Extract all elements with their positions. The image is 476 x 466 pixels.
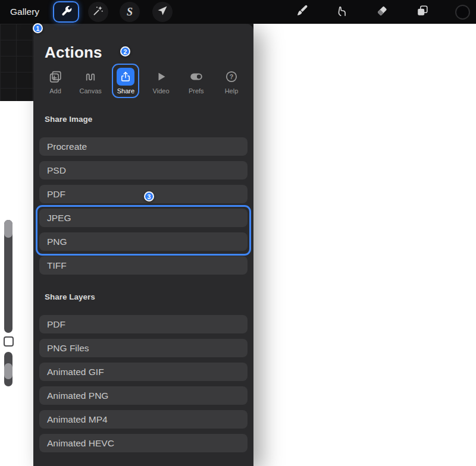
eraser-icon (375, 4, 389, 20)
actions-popover: Actions Add Canvas (33, 24, 253, 466)
color-swatch-button[interactable] (455, 5, 470, 20)
top-toolbar: Gallery S (0, 0, 476, 24)
smudge-finger-icon (336, 4, 349, 20)
share-tab-highlight-ring (112, 64, 139, 98)
help-icon: ? (224, 68, 239, 86)
selections-icon: S (127, 6, 133, 18)
canvas-icon (83, 68, 98, 86)
share-option-tiff[interactable]: TIFF (39, 256, 248, 275)
tab-canvas-label: Canvas (80, 87, 102, 95)
eraser-button[interactable] (372, 2, 392, 22)
tab-video-label: Video (153, 87, 170, 95)
gallery-button[interactable]: Gallery (10, 0, 39, 24)
tab-canvas[interactable]: Canvas (74, 64, 107, 102)
paint-brush-button[interactable] (292, 2, 312, 22)
paint-brush-icon (296, 4, 309, 20)
callout-badge-1: 1 (33, 23, 43, 33)
magic-wand-icon (92, 5, 104, 19)
layers-button[interactable] (412, 2, 433, 22)
layers-icon (416, 4, 429, 20)
callout-badge-2: 2 (120, 46, 130, 56)
tab-share[interactable]: Share (109, 64, 142, 102)
selections-button[interactable]: S (120, 2, 140, 22)
actions-button[interactable] (53, 1, 79, 23)
procreate-screen: Gallery S (0, 0, 476, 466)
panel-title: Actions (45, 43, 102, 62)
tab-help-label: Help (225, 87, 239, 95)
brush-size-handle[interactable] (4, 220, 12, 238)
tab-help[interactable]: ? Help (215, 64, 248, 102)
share-option-jpeg[interactable]: JPEG (39, 209, 248, 227)
section-header-share-image: Share Image (45, 115, 92, 124)
tab-add-label: Add (49, 87, 61, 95)
tab-prefs-label: Prefs (189, 87, 204, 95)
share-option-procreate[interactable]: Procreate (39, 137, 248, 156)
toggle-icon (189, 68, 204, 86)
section-header-share-layers: Share Layers (45, 292, 95, 301)
tab-add[interactable]: Add (39, 64, 71, 102)
share-layers-option-png-files[interactable]: PNG Files (39, 339, 248, 357)
share-layers-option-animated-gif[interactable]: Animated GIF (39, 363, 248, 381)
opacity-handle[interactable] (4, 363, 12, 379)
actions-tabs: Add Canvas Share (33, 64, 253, 102)
video-play-icon (154, 68, 168, 86)
modify-button[interactable] (4, 336, 14, 347)
share-option-pdf[interactable]: PDF (39, 185, 248, 203)
tab-prefs[interactable]: Prefs (180, 64, 212, 102)
transform-arrow-icon (156, 5, 168, 19)
share-layers-option-animated-png[interactable]: Animated PNG (39, 386, 248, 405)
tab-video[interactable]: Video (145, 64, 177, 102)
callout-badge-3: 3 (144, 191, 154, 201)
share-layers-option-animated-mp4[interactable]: Animated MP4 (39, 410, 248, 429)
adjustments-button[interactable] (88, 2, 108, 22)
help-glyph: ? (230, 73, 233, 80)
share-option-psd[interactable]: PSD (39, 161, 248, 180)
share-layers-option-animated-hevc[interactable]: Animated HEVC (39, 434, 248, 452)
add-icon (48, 68, 63, 86)
transform-button[interactable] (152, 2, 173, 22)
share-option-png[interactable]: PNG (39, 232, 248, 251)
share-layers-option-pdf[interactable]: PDF (39, 315, 248, 333)
smudge-button[interactable] (332, 2, 352, 22)
wrench-icon (60, 5, 73, 20)
